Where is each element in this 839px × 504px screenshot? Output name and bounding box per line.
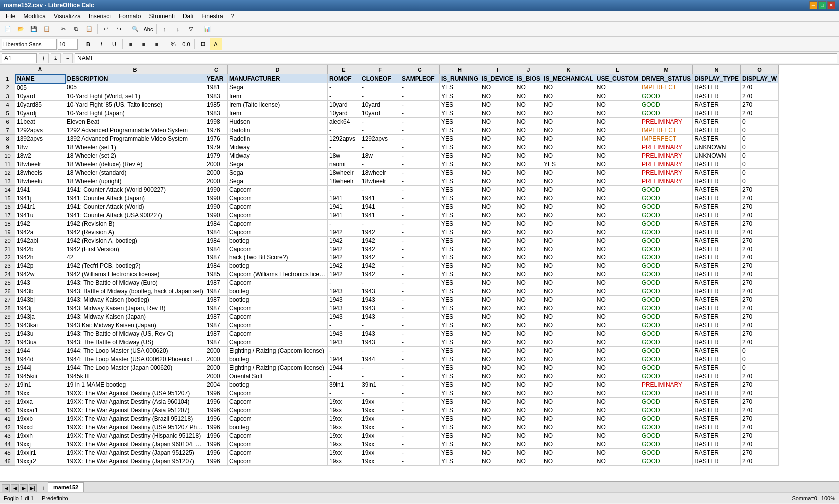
cell[interactable]: 270	[741, 100, 779, 109]
cell[interactable]: 1996	[205, 423, 228, 431]
cell[interactable]: NO	[595, 380, 640, 389]
cell[interactable]: -	[400, 261, 440, 270]
cell[interactable]: NO	[595, 423, 640, 431]
cell[interactable]: NO	[595, 363, 640, 372]
cell[interactable]: NO	[542, 253, 595, 261]
cell[interactable]: 1942 (Tecfri PCB, bootleg?)	[65, 261, 205, 270]
cell[interactable]: GOOD	[640, 236, 692, 245]
cell[interactable]: -	[400, 397, 440, 406]
cell[interactable]: 270	[741, 287, 779, 295]
cell[interactable]: NO	[515, 117, 542, 126]
col-header-n[interactable]: N	[693, 65, 741, 74]
cell[interactable]: Sega	[228, 177, 328, 185]
cell[interactable]: RASTER	[693, 278, 741, 287]
cell[interactable]: NO	[480, 355, 515, 363]
cell[interactable]: 1943	[328, 287, 360, 295]
cell[interactable]: 1996	[205, 397, 228, 406]
cell[interactable]: Sega	[228, 160, 328, 168]
cell[interactable]: 1943	[360, 304, 400, 312]
cell[interactable]: bootleg	[228, 261, 328, 270]
cell[interactable]: 270	[741, 372, 779, 380]
cell[interactable]: -	[400, 185, 440, 194]
cell[interactable]: 19xxjr1	[15, 448, 65, 457]
cell[interactable]: NO	[595, 287, 640, 295]
cell[interactable]: -	[400, 414, 440, 423]
cell[interactable]: NO	[595, 372, 640, 380]
cell[interactable]: NO	[542, 219, 595, 228]
menu-window[interactable]: Finestra	[197, 12, 227, 21]
cell[interactable]: 1941: Counter Attack (Japan)	[65, 194, 205, 202]
cell[interactable]: NO	[515, 389, 542, 397]
cell[interactable]: NO	[542, 372, 595, 380]
cell[interactable]: YES	[440, 397, 480, 406]
cell[interactable]: Eighting / Raizing (Capcom license)	[228, 346, 328, 355]
cell[interactable]: -	[360, 126, 400, 134]
cell[interactable]: NO	[515, 287, 542, 295]
cell[interactable]: 1292apvs	[360, 134, 400, 143]
cell[interactable]: -	[400, 202, 440, 211]
cell[interactable]: 1979	[205, 151, 228, 160]
cell[interactable]: 1943	[15, 278, 65, 287]
cell[interactable]: NO	[595, 109, 640, 117]
cell[interactable]: 1942abl	[15, 236, 65, 245]
cell[interactable]: NO	[595, 253, 640, 261]
cell[interactable]: GOOD	[640, 414, 692, 423]
cell[interactable]: 18wheelr	[328, 177, 360, 185]
formula-input[interactable]	[75, 53, 837, 63]
cell[interactable]: 10yard	[360, 109, 400, 117]
cell[interactable]: 18wheelr	[360, 177, 400, 185]
cell[interactable]: 19xx	[15, 389, 65, 397]
cell[interactable]: RASTER	[693, 440, 741, 448]
cell[interactable]: 270	[741, 414, 779, 423]
cell[interactable]: YES	[440, 312, 480, 321]
cell[interactable]: 1941: Counter Attack (USA 900227)	[65, 211, 205, 219]
tab-nav-prev[interactable]: ◀	[11, 484, 19, 492]
cell[interactable]: 1945kiii	[15, 372, 65, 380]
cell[interactable]: 19xx	[328, 414, 360, 423]
cell[interactable]: GOOD	[640, 219, 692, 228]
cell[interactable]: YES	[440, 100, 480, 109]
cell[interactable]: -	[400, 295, 440, 304]
cell[interactable]: 1943ua	[15, 338, 65, 346]
cell[interactable]: YES	[440, 126, 480, 134]
underline-btn[interactable]: U	[108, 38, 120, 50]
cell[interactable]: RASTER	[693, 168, 741, 177]
cell[interactable]: -	[400, 329, 440, 338]
col-header-d[interactable]: D	[228, 65, 328, 74]
cell[interactable]: -	[400, 380, 440, 389]
cell[interactable]: NO	[515, 245, 542, 253]
align-right-btn[interactable]: ≡	[151, 38, 163, 50]
cell[interactable]: YES	[440, 380, 480, 389]
cell[interactable]: YES	[440, 92, 480, 100]
open-btn[interactable]: 📂	[15, 23, 27, 35]
cell[interactable]: 19XX: The War Against Destiny (Asia 9601…	[65, 397, 205, 406]
paste-btn[interactable]: 📋	[83, 23, 95, 35]
filter-btn[interactable]: ▽	[185, 23, 197, 35]
cell[interactable]: NO	[595, 278, 640, 287]
cell[interactable]: -	[400, 431, 440, 440]
cell[interactable]: 2000	[205, 160, 228, 168]
cell[interactable]: 1942 (Revision A, bootleg)	[65, 236, 205, 245]
cell[interactable]: NO	[480, 100, 515, 109]
cell[interactable]: YES	[440, 321, 480, 329]
cell[interactable]: -	[400, 134, 440, 143]
cell[interactable]: YES	[440, 448, 480, 457]
cell[interactable]: NO	[480, 423, 515, 431]
cell[interactable]: Capcom	[228, 406, 328, 414]
cell[interactable]: hack (Two Bit Score?)	[228, 253, 328, 261]
cell[interactable]: NO	[480, 329, 515, 338]
cell[interactable]: NO	[542, 329, 595, 338]
cell[interactable]: 19XX: The War Against Destiny (Japan 960…	[65, 440, 205, 448]
cell[interactable]: YES	[440, 143, 480, 151]
cell[interactable]: -	[400, 117, 440, 126]
cell[interactable]: NO	[542, 355, 595, 363]
cell[interactable]: NO	[515, 355, 542, 363]
cell[interactable]: 1942 (First Version)	[65, 245, 205, 253]
cell[interactable]: 1941	[360, 211, 400, 219]
cell[interactable]: 10yard	[328, 100, 360, 109]
cell[interactable]: NO	[480, 261, 515, 270]
cell[interactable]: 270	[741, 278, 779, 287]
cell[interactable]: NO	[595, 219, 640, 228]
copy-btn[interactable]: ⧉	[70, 23, 82, 35]
cell[interactable]: RASTER	[693, 194, 741, 202]
